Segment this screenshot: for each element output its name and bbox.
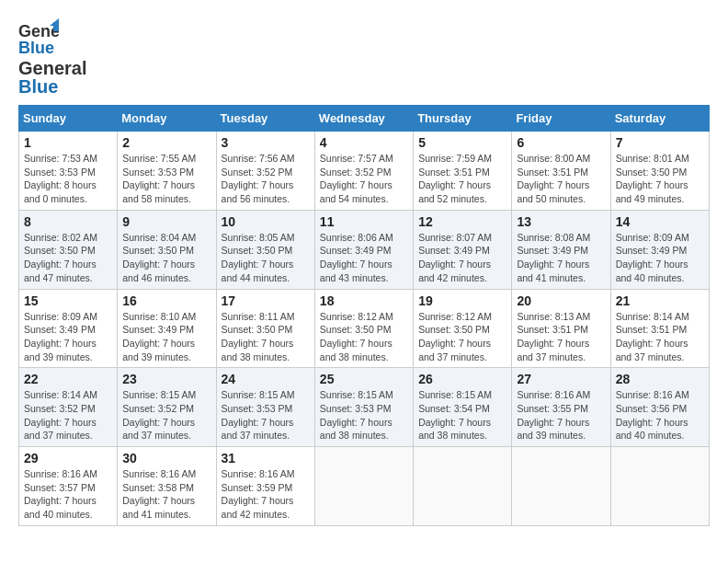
- calendar-cell: 13Sunrise: 8:08 AM Sunset: 3:49 PM Dayli…: [512, 210, 610, 289]
- day-number: 2: [122, 135, 210, 150]
- calendar-cell: 2Sunrise: 7:55 AM Sunset: 3:53 PM Daylig…: [118, 132, 216, 211]
- day-header-saturday: Saturday: [610, 106, 709, 132]
- calendar-cell: 1Sunrise: 7:53 AM Sunset: 3:53 PM Daylig…: [19, 132, 118, 211]
- day-header-wednesday: Wednesday: [314, 106, 413, 132]
- day-info: Sunrise: 8:02 AM Sunset: 3:50 PM Dayligh…: [24, 231, 112, 285]
- day-number: 26: [418, 372, 506, 386]
- day-number: 18: [320, 293, 408, 308]
- day-number: 23: [122, 372, 210, 386]
- calendar-header-row: SundayMondayTuesdayWednesdayThursdayFrid…: [19, 106, 710, 132]
- day-info: Sunrise: 8:07 AM Sunset: 3:49 PM Dayligh…: [418, 231, 506, 285]
- svg-text:Blue: Blue: [18, 39, 54, 55]
- day-number: 27: [517, 372, 605, 386]
- day-header-tuesday: Tuesday: [216, 106, 314, 132]
- day-number: 19: [418, 293, 506, 308]
- day-number: 8: [24, 214, 112, 229]
- day-number: 28: [616, 372, 704, 386]
- day-info: Sunrise: 8:09 AM Sunset: 3:49 PM Dayligh…: [616, 231, 704, 285]
- day-info: Sunrise: 8:11 AM Sunset: 3:50 PM Dayligh…: [222, 310, 310, 364]
- calendar-cell: [610, 447, 709, 526]
- day-info: Sunrise: 8:06 AM Sunset: 3:49 PM Dayligh…: [320, 231, 408, 285]
- day-info: Sunrise: 8:10 AM Sunset: 3:49 PM Dayligh…: [122, 310, 210, 364]
- calendar-cell: 6Sunrise: 8:00 AM Sunset: 3:51 PM Daylig…: [512, 132, 610, 211]
- calendar-cell: 30Sunrise: 8:16 AM Sunset: 3:58 PM Dayli…: [118, 447, 216, 526]
- day-number: 5: [418, 135, 506, 150]
- calendar-week-row: 15Sunrise: 8:09 AM Sunset: 3:49 PM Dayli…: [19, 289, 710, 368]
- day-info: Sunrise: 8:15 AM Sunset: 3:52 PM Dayligh…: [122, 388, 210, 442]
- day-number: 22: [24, 372, 112, 386]
- day-info: Sunrise: 7:53 AM Sunset: 3:53 PM Dayligh…: [24, 152, 112, 206]
- day-number: 10: [222, 214, 310, 229]
- day-info: Sunrise: 7:56 AM Sunset: 3:52 PM Dayligh…: [222, 152, 310, 206]
- day-number: 20: [517, 293, 605, 308]
- day-info: Sunrise: 8:01 AM Sunset: 3:50 PM Dayligh…: [616, 152, 704, 206]
- logo-general: General: [18, 59, 86, 77]
- day-info: Sunrise: 8:14 AM Sunset: 3:51 PM Dayligh…: [616, 310, 704, 364]
- calendar-cell: [414, 447, 512, 526]
- logo: General Blue General Blue: [18, 18, 86, 96]
- day-header-sunday: Sunday: [19, 106, 118, 132]
- day-number: 25: [320, 372, 408, 386]
- calendar-cell: 5Sunrise: 7:59 AM Sunset: 3:51 PM Daylig…: [414, 132, 512, 211]
- calendar-cell: 29Sunrise: 8:16 AM Sunset: 3:57 PM Dayli…: [19, 447, 118, 526]
- calendar-cell: 14Sunrise: 8:09 AM Sunset: 3:49 PM Dayli…: [610, 210, 709, 289]
- logo-blue: Blue: [18, 77, 86, 96]
- day-number: 17: [222, 293, 310, 308]
- calendar-cell: 20Sunrise: 8:13 AM Sunset: 3:51 PM Dayli…: [512, 289, 610, 368]
- day-info: Sunrise: 8:16 AM Sunset: 3:56 PM Dayligh…: [616, 388, 704, 442]
- day-info: Sunrise: 8:12 AM Sunset: 3:50 PM Dayligh…: [320, 310, 408, 364]
- day-info: Sunrise: 8:15 AM Sunset: 3:54 PM Dayligh…: [418, 388, 506, 442]
- day-info: Sunrise: 8:05 AM Sunset: 3:50 PM Dayligh…: [222, 231, 310, 285]
- calendar-cell: 15Sunrise: 8:09 AM Sunset: 3:49 PM Dayli…: [19, 289, 118, 368]
- day-number: 9: [122, 214, 210, 229]
- day-number: 4: [320, 135, 408, 150]
- calendar-cell: 10Sunrise: 8:05 AM Sunset: 3:50 PM Dayli…: [216, 210, 314, 289]
- calendar-cell: 16Sunrise: 8:10 AM Sunset: 3:49 PM Dayli…: [118, 289, 216, 368]
- calendar-cell: 9Sunrise: 8:04 AM Sunset: 3:50 PM Daylig…: [118, 210, 216, 289]
- day-number: 16: [122, 293, 210, 308]
- calendar-cell: 25Sunrise: 8:15 AM Sunset: 3:53 PM Dayli…: [314, 368, 413, 447]
- day-number: 15: [24, 293, 112, 308]
- day-number: 31: [222, 451, 310, 465]
- calendar-cell: 26Sunrise: 8:15 AM Sunset: 3:54 PM Dayli…: [414, 368, 512, 447]
- day-info: Sunrise: 8:16 AM Sunset: 3:55 PM Dayligh…: [517, 388, 605, 442]
- day-header-monday: Monday: [118, 106, 216, 132]
- day-number: 6: [517, 135, 605, 150]
- day-info: Sunrise: 7:59 AM Sunset: 3:51 PM Dayligh…: [418, 152, 506, 206]
- day-info: Sunrise: 8:16 AM Sunset: 3:57 PM Dayligh…: [24, 467, 112, 522]
- day-info: Sunrise: 8:16 AM Sunset: 3:58 PM Dayligh…: [122, 467, 210, 522]
- day-info: Sunrise: 8:14 AM Sunset: 3:52 PM Dayligh…: [24, 388, 112, 442]
- day-number: 14: [616, 214, 704, 229]
- day-info: Sunrise: 7:57 AM Sunset: 3:52 PM Dayligh…: [320, 152, 408, 206]
- calendar-cell: 12Sunrise: 8:07 AM Sunset: 3:49 PM Dayli…: [414, 210, 512, 289]
- day-info: Sunrise: 8:04 AM Sunset: 3:50 PM Dayligh…: [122, 231, 210, 285]
- calendar-table: SundayMondayTuesdayWednesdayThursdayFrid…: [18, 105, 710, 526]
- day-number: 29: [24, 451, 112, 465]
- day-info: Sunrise: 8:16 AM Sunset: 3:59 PM Dayligh…: [222, 467, 310, 522]
- calendar-week-row: 8Sunrise: 8:02 AM Sunset: 3:50 PM Daylig…: [19, 210, 710, 289]
- day-info: Sunrise: 8:08 AM Sunset: 3:49 PM Dayligh…: [517, 231, 605, 285]
- day-number: 11: [320, 214, 408, 229]
- day-info: Sunrise: 8:09 AM Sunset: 3:49 PM Dayligh…: [24, 310, 112, 364]
- day-info: Sunrise: 8:12 AM Sunset: 3:50 PM Dayligh…: [418, 310, 506, 364]
- calendar-cell: 17Sunrise: 8:11 AM Sunset: 3:50 PM Dayli…: [216, 289, 314, 368]
- calendar-cell: 22Sunrise: 8:14 AM Sunset: 3:52 PM Dayli…: [19, 368, 118, 447]
- calendar-cell: 7Sunrise: 8:01 AM Sunset: 3:50 PM Daylig…: [610, 132, 709, 211]
- logo-icon: General Blue: [18, 18, 59, 55]
- calendar-cell: 24Sunrise: 8:15 AM Sunset: 3:53 PM Dayli…: [216, 368, 314, 447]
- calendar-cell: 3Sunrise: 7:56 AM Sunset: 3:52 PM Daylig…: [216, 132, 314, 211]
- calendar-cell: 8Sunrise: 8:02 AM Sunset: 3:50 PM Daylig…: [19, 210, 118, 289]
- day-number: 30: [122, 451, 210, 465]
- day-header-friday: Friday: [512, 106, 610, 132]
- day-info: Sunrise: 8:15 AM Sunset: 3:53 PM Dayligh…: [222, 388, 310, 442]
- calendar-cell: 4Sunrise: 7:57 AM Sunset: 3:52 PM Daylig…: [314, 132, 413, 211]
- day-number: 3: [222, 135, 310, 150]
- calendar-cell: 21Sunrise: 8:14 AM Sunset: 3:51 PM Dayli…: [610, 289, 709, 368]
- calendar-week-row: 29Sunrise: 8:16 AM Sunset: 3:57 PM Dayli…: [19, 447, 710, 526]
- calendar-week-row: 22Sunrise: 8:14 AM Sunset: 3:52 PM Dayli…: [19, 368, 710, 447]
- day-info: Sunrise: 8:13 AM Sunset: 3:51 PM Dayligh…: [517, 310, 605, 364]
- page-header: General Blue General Blue: [18, 18, 710, 96]
- day-number: 24: [222, 372, 310, 386]
- calendar-cell: 28Sunrise: 8:16 AM Sunset: 3:56 PM Dayli…: [610, 368, 709, 447]
- calendar-cell: [512, 447, 610, 526]
